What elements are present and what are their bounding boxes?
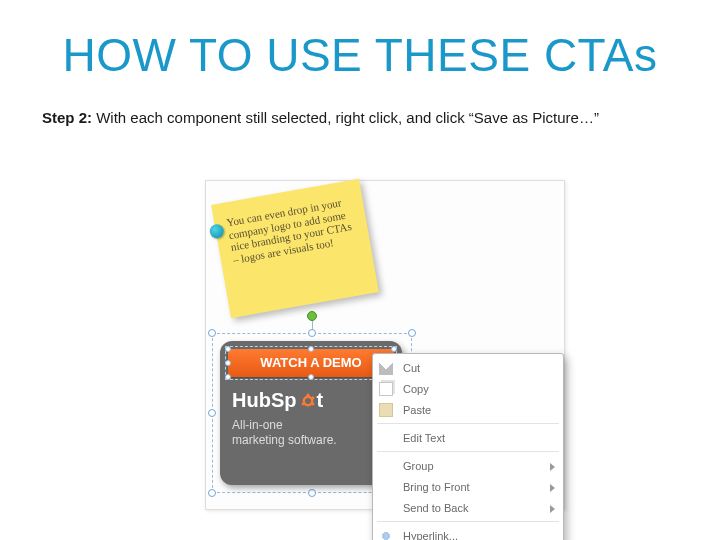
- resize-handle-icon[interactable]: [391, 346, 397, 352]
- copy-icon: [379, 382, 393, 396]
- svg-point-2: [312, 397, 315, 400]
- menu-item-label: Hyperlink...: [403, 530, 458, 541]
- pushpin-icon: [210, 224, 224, 238]
- watch-demo-label: WATCH A DEMO: [260, 355, 361, 370]
- svg-point-3: [312, 403, 315, 406]
- menu-item-hyperlink[interactable]: Hyperlink...: [373, 525, 563, 540]
- cta-subtitle-line: marketing software.: [232, 433, 392, 448]
- menu-item-label: Paste: [403, 404, 431, 416]
- menu-item-group[interactable]: Group: [373, 455, 563, 476]
- resize-handle-icon[interactable]: [408, 329, 416, 337]
- menu-item-label: Copy: [403, 383, 429, 395]
- resize-handle-icon[interactable]: [208, 329, 216, 337]
- menu-item-edit-text[interactable]: Edit Text: [373, 427, 563, 448]
- menu-item-cut[interactable]: Cut: [373, 357, 563, 378]
- svg-point-1: [307, 393, 310, 396]
- resize-handle-icon[interactable]: [308, 489, 316, 497]
- resize-handle-icon[interactable]: [308, 346, 314, 352]
- menu-separator: [377, 451, 559, 452]
- menu-item-bring-to-front[interactable]: Bring to Front: [373, 476, 563, 497]
- menu-item-copy[interactable]: Copy: [373, 378, 563, 399]
- menu-item-label: Bring to Front: [403, 481, 470, 493]
- sticky-note-text: You can even drop in your company logo t…: [225, 196, 352, 265]
- menu-item-label: Edit Text: [403, 432, 445, 444]
- resize-handle-icon[interactable]: [208, 489, 216, 497]
- menu-item-label: Group: [403, 460, 434, 472]
- svg-point-0: [304, 397, 312, 405]
- resize-handle-icon[interactable]: [308, 329, 316, 337]
- step-body: With each component still selected, righ…: [92, 109, 599, 126]
- menu-separator: [377, 521, 559, 522]
- resize-handle-icon[interactable]: [225, 346, 231, 352]
- sticky-note: You can even drop in your company logo t…: [211, 179, 379, 318]
- svg-point-4: [302, 403, 305, 406]
- rotate-handle-icon[interactable]: [307, 311, 317, 321]
- embedded-screenshot: You can even drop in your company logo t…: [205, 180, 565, 510]
- hubspot-text-a: HubSp: [232, 389, 296, 411]
- menu-item-paste[interactable]: Paste: [373, 399, 563, 420]
- slide-title: HOW TO USE THESE CTAs: [0, 28, 720, 82]
- resize-handle-icon[interactable]: [225, 374, 231, 380]
- resize-handle-icon[interactable]: [308, 374, 314, 380]
- menu-item-send-to-back[interactable]: Send to Back: [373, 497, 563, 518]
- step-paragraph: Step 2: With each component still select…: [42, 108, 678, 128]
- link-icon: [379, 529, 393, 541]
- step-label: Step 2:: [42, 109, 92, 126]
- paste-icon: [379, 403, 393, 417]
- sprocket-icon: [300, 393, 316, 409]
- resize-handle-icon[interactable]: [208, 409, 216, 417]
- context-menu: CutCopyPasteEdit TextGroupBring to Front…: [372, 353, 564, 540]
- menu-item-label: Send to Back: [403, 502, 468, 514]
- menu-separator: [377, 423, 559, 424]
- menu-item-label: Cut: [403, 362, 420, 374]
- watch-demo-button[interactable]: WATCH A DEMO: [228, 349, 394, 377]
- resize-handle-icon[interactable]: [225, 360, 231, 366]
- hubspot-text-b: t: [316, 389, 323, 411]
- cta-subtitle-line: All-in-one: [232, 418, 392, 433]
- cut-icon: [379, 361, 393, 375]
